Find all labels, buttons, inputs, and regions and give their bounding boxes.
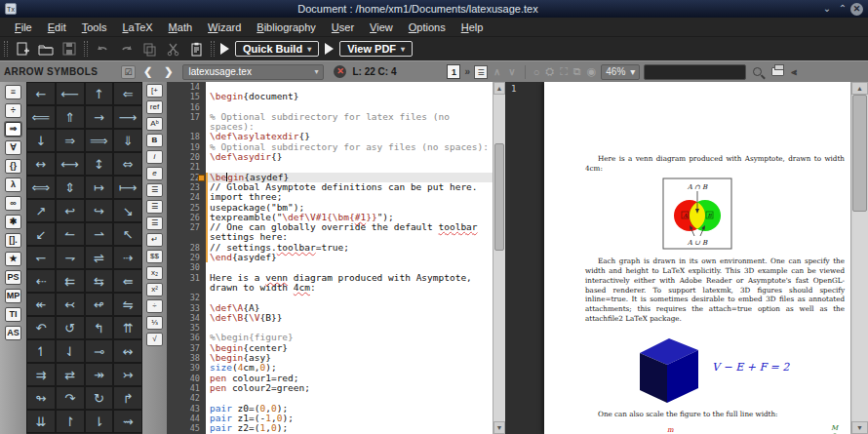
page-up-icon[interactable]: ∧: [492, 66, 502, 77]
symbol-cell[interactable]: ↗: [26, 199, 56, 222]
superscript-icon[interactable]: x²: [146, 283, 163, 296]
italic-icon[interactable]: i: [146, 150, 163, 164]
symbol-cell[interactable]: ↽: [26, 246, 56, 269]
symbol-cell[interactable]: ↺: [56, 316, 85, 339]
close-document-icon[interactable]: ✕: [334, 65, 346, 78]
zoom-settings-icon[interactable]: ⛭: [544, 65, 555, 78]
detach-viewer-icon[interactable]: ⪡: [791, 66, 797, 78]
symbol-cell[interactable]: ↬: [26, 386, 56, 410]
scrollbar-thumb[interactable]: [852, 95, 867, 212]
symbol-cell[interactable]: ⇉: [26, 363, 56, 386]
symbol-cell[interactable]: ⟸: [26, 105, 56, 129]
cut-icon[interactable]: [164, 40, 181, 58]
symbol-cell[interactable]: ⇌: [85, 246, 114, 269]
symbol-cell[interactable]: ↓: [26, 129, 56, 152]
symbol-cell[interactable]: ⟼: [113, 176, 142, 199]
symbol-cell[interactable]: ⇢: [113, 246, 142, 269]
code-line[interactable]: pen colour2=green;: [206, 383, 493, 393]
editor-scrollbar[interactable]: ▲ ▼: [493, 82, 505, 434]
symbol-cell[interactable]: ↖: [113, 222, 142, 246]
code-line[interactable]: \def\B{\V{B}}: [206, 313, 493, 323]
symbol-cell[interactable]: ⇑: [56, 105, 85, 129]
symbol-cell[interactable]: ⇔: [113, 152, 142, 176]
code-area[interactable]: \begin{document}% Optional subdirectory …: [206, 82, 493, 434]
inline-math-icon[interactable]: $$: [146, 250, 163, 263]
page-down-icon[interactable]: ∨: [506, 66, 517, 77]
symbol-cell[interactable]: ↞: [26, 293, 56, 316]
symbol-cell[interactable]: ⇇: [56, 269, 85, 293]
fit-page-icon[interactable]: ⛶: [559, 65, 569, 78]
code-line[interactable]: \begin{document}: [206, 92, 493, 101]
expand-icon[interactable]: »: [464, 66, 470, 77]
symbol-cell[interactable]: ↻: [85, 386, 114, 410]
scrollbar-track[interactable]: [851, 95, 868, 421]
symbol-cell[interactable]: ↱: [113, 386, 142, 410]
frac-icon[interactable]: ÷: [146, 299, 163, 313]
symbol-cell[interactable]: ⇊: [26, 410, 56, 433]
symbol-cell[interactable]: →: [85, 105, 114, 129]
center-icon[interactable]: ☰: [146, 200, 163, 214]
symbol-cell[interactable]: ⇂: [85, 410, 114, 433]
menu-item-wizard[interactable]: Wizard: [201, 20, 248, 35]
menu-item-edit[interactable]: Edit: [41, 20, 73, 35]
view-pdf-button[interactable]: View PDF ▾: [339, 41, 413, 57]
symbol-cell[interactable]: ⇓: [113, 129, 142, 152]
symbol-cell[interactable]: ←: [26, 82, 56, 105]
emph-icon[interactable]: e: [146, 167, 163, 180]
close-button[interactable]: ✕: [850, 3, 863, 16]
maximize-button[interactable]: ⌃: [835, 2, 850, 16]
symbol-cell[interactable]: ↣: [113, 363, 142, 386]
sidebar-tab-asymptote[interactable]: AS: [5, 326, 21, 340]
open-file-icon[interactable]: [37, 40, 55, 58]
scroll-up-icon[interactable]: ▲: [851, 82, 868, 95]
new-file-icon[interactable]: [14, 40, 31, 58]
symbol-cell[interactable]: ↿: [26, 339, 56, 363]
symbol-cell[interactable]: ⇒: [56, 129, 85, 152]
toolbar-handle[interactable]: [211, 41, 215, 57]
paste-icon[interactable]: [187, 40, 205, 58]
copy-icon[interactable]: [140, 40, 158, 58]
print-icon[interactable]: [771, 67, 784, 76]
run-quick-build-icon[interactable]: [220, 43, 229, 55]
quick-build-button[interactable]: Quick Build ▾: [235, 41, 319, 57]
subscript-icon[interactable]: x₂: [146, 266, 163, 280]
bold-icon[interactable]: B: [146, 134, 163, 147]
scroll-up-icon[interactable]: ▲: [493, 82, 505, 95]
symbol-cell[interactable]: ⇈: [113, 316, 142, 339]
document-selector[interactable]: latexusage.tex ▾: [182, 64, 324, 80]
cube-3d[interactable]: [632, 330, 700, 404]
symbol-cell[interactable]: ⟷: [56, 152, 85, 176]
save-icon[interactable]: [60, 40, 78, 58]
symbol-cell[interactable]: ⇚: [113, 269, 142, 293]
cube-figure[interactable]: V − E + F = 2: [632, 330, 850, 404]
sidebar-tab-relation-symbols[interactable]: ÷: [5, 103, 21, 118]
focus-editor-icon[interactable]: ☑: [121, 65, 136, 79]
scrollbar-thumb[interactable]: [494, 143, 504, 251]
zoom-level-select[interactable]: 46% ▾: [601, 64, 640, 80]
menu-item-help[interactable]: Help: [454, 20, 491, 35]
symbol-cell[interactable]: ↷: [56, 386, 85, 410]
original-size-icon[interactable]: ○: [533, 66, 541, 78]
structure-list-icon[interactable]: ☰: [474, 65, 488, 79]
scrollbar-track[interactable]: [493, 95, 505, 421]
symbol-cell[interactable]: ⇝: [113, 410, 142, 433]
symbol-cell[interactable]: ↑: [85, 82, 114, 105]
symbol-cell[interactable]: ⇠: [26, 269, 56, 293]
dfrac-icon[interactable]: ⅓: [146, 316, 163, 330]
symbol-cell[interactable]: ↘: [113, 199, 142, 222]
presentation-eye-icon[interactable]: ◉: [586, 65, 598, 78]
code-line[interactable]: \end{asydef}: [206, 253, 493, 262]
sidebar-tab-tikz[interactable]: TI: [5, 307, 21, 322]
symbol-cell[interactable]: ↫: [85, 293, 114, 316]
symbol-cell[interactable]: ↩: [56, 199, 85, 222]
symbol-cell[interactable]: ⊸: [85, 339, 114, 363]
sqrt-icon[interactable]: √: [146, 333, 163, 346]
symbol-cell[interactable]: ⇆: [85, 269, 114, 293]
symbol-cell[interactable]: ⇕: [56, 176, 85, 199]
newline-icon[interactable]: ↵: [146, 233, 163, 247]
symbol-cell[interactable]: ⇄: [56, 363, 85, 386]
minimize-button[interactable]: ⌄: [819, 2, 835, 16]
code-line[interactable]: drawn to width 4cm:: [206, 283, 493, 293]
sidebar-tab-favourites[interactable]: ★: [5, 252, 21, 266]
search-icon[interactable]: [753, 67, 762, 76]
